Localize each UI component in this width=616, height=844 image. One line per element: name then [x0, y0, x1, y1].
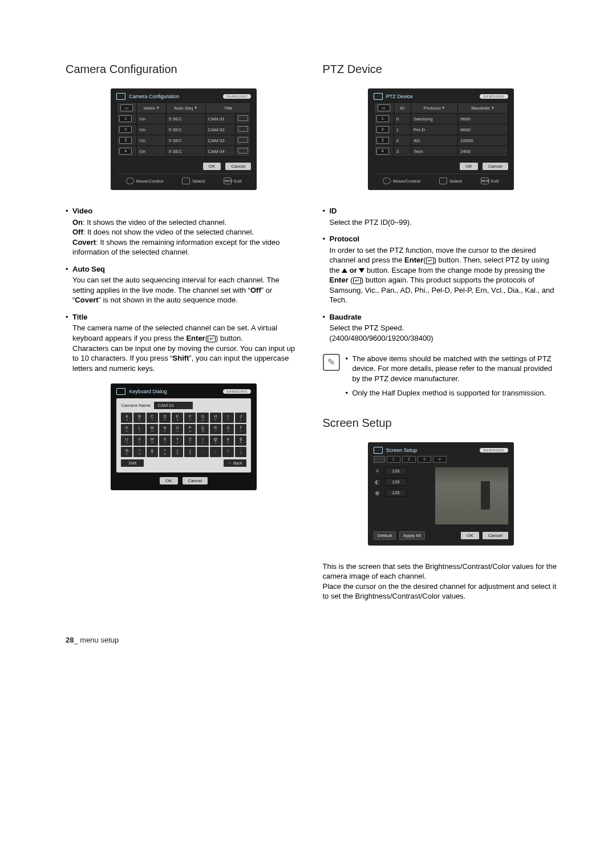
keyboard-key[interactable]: Gg — [197, 413, 208, 423]
camera-name-label: Camera Name — [121, 403, 151, 408]
keyboard-key[interactable]: Ll — [133, 424, 145, 434]
keyboard-key[interactable]: Yy — [172, 435, 183, 446]
brand-badge: SAMSUNG — [480, 94, 508, 99]
keyboard-key[interactable]: Cc — [147, 413, 158, 423]
keyboard-key[interactable]: *8 — [159, 447, 171, 457]
table-row[interactable]: 4 3 Tech 2400 — [374, 146, 508, 157]
keyboard-key[interactable]: Nn — [159, 424, 171, 434]
keyboard-key[interactable]: Ii — [222, 413, 234, 423]
enter-key-icon: ↵ — [353, 277, 361, 284]
brand-badge: SAMSUNG — [223, 94, 251, 99]
brightness-icon: ☀ — [374, 467, 382, 474]
ok-button[interactable]: OK — [460, 163, 478, 170]
keyboard-key[interactable]: Ww — [147, 435, 158, 446]
enter-icon — [439, 177, 447, 184]
panel-title: Camera Configuration — [129, 94, 179, 99]
camera-config-title: Camera Configuration — [66, 63, 302, 76]
keyboard-key[interactable]: Bb — [133, 413, 145, 423]
keyboard-key[interactable]: Jj — [235, 413, 246, 423]
keyboard-key[interactable]: &7 — [147, 447, 158, 457]
shift-key[interactable]: Shift — [121, 459, 144, 467]
col-baud[interactable]: Baudrate▼ — [458, 103, 508, 114]
keyboard-key[interactable]: Vv — [133, 435, 145, 446]
ok-button[interactable]: OK — [160, 477, 178, 484]
keyboard-icon[interactable] — [238, 126, 248, 132]
keyboard-key[interactable]: Rr — [210, 424, 221, 434]
keyboard-key[interactable]: $4 — [235, 435, 246, 446]
applyall-button[interactable]: Apply All — [399, 531, 425, 540]
keyboard-dialog-panel: Keyboard Dialog SAMSUNG Camera Name CAM … — [111, 383, 257, 490]
contrast-value[interactable]: 128 — [385, 478, 407, 486]
cancel-button[interactable]: Cancel — [483, 163, 508, 170]
keyboard-key[interactable]: Ff — [184, 413, 196, 423]
table-row[interactable]: 1 On 5 SEC CAM 01 — [117, 114, 251, 124]
keyboard-key[interactable]: :? — [235, 447, 246, 457]
keyboard-key[interactable]: -. — [197, 447, 208, 457]
keyboard-key[interactable]: ^6 — [133, 447, 145, 457]
keyboard-key[interactable]: #3 — [222, 435, 234, 446]
keyboard-key[interactable]: Pp — [184, 424, 196, 434]
keyboard-key[interactable]: Mm — [147, 424, 158, 434]
tab-ch3[interactable]: 3 — [418, 456, 431, 463]
table-row[interactable]: 3 2 AD 19200 — [374, 135, 508, 146]
keyboard-key[interactable]: Kk — [121, 424, 132, 434]
keyboard-key[interactable]: Tt — [235, 424, 246, 434]
keyboard-key[interactable]: Oo — [172, 424, 183, 434]
col-title: Title — [205, 103, 250, 114]
table-row[interactable]: 4 On 5 SEC CAM 04 — [117, 146, 251, 157]
brightness-value[interactable]: 128 — [385, 467, 407, 475]
window-icon — [374, 447, 383, 454]
col-autoseq[interactable]: Auto Seq▼ — [166, 103, 205, 114]
ok-button[interactable]: OK — [203, 163, 221, 170]
cancel-button[interactable]: Cancel — [183, 477, 208, 484]
table-row[interactable]: 1 0 Samsung 9600 — [374, 114, 508, 124]
keyboard-key[interactable]: Hh — [210, 413, 221, 423]
id-item: ID Select the PTZ ID(0~99). — [323, 206, 560, 227]
note-item: Only the Half Duplex method is supported… — [346, 388, 560, 398]
keyboard-key[interactable]: Zz — [184, 435, 196, 446]
keyboard-key[interactable]: Qq — [197, 424, 208, 434]
enter-icon — [182, 177, 190, 184]
keyboard-key[interactable]: Dd — [159, 413, 171, 423]
cancel-button[interactable]: Cancel — [225, 163, 251, 170]
keyboard-key[interactable]: Ss — [222, 424, 234, 434]
table-row[interactable]: 2 On 5 SEC CAM 02 — [117, 124, 251, 135]
keyboard-key[interactable]: Xx — [159, 435, 171, 446]
keyboard-key[interactable]: !1 — [197, 435, 208, 446]
keyboard-key[interactable]: Uu — [121, 435, 132, 446]
panel-title: PTZ Device — [386, 94, 413, 99]
panel-title: Keyboard Dialog — [129, 389, 167, 394]
keyboard-key[interactable]: Aa — [121, 413, 132, 423]
brand-badge: SAMSUNG — [223, 389, 251, 394]
default-button[interactable]: Default — [374, 531, 396, 540]
camera-name-field[interactable]: CAM 01 — [154, 402, 193, 409]
keyboard-key[interactable]: (9 — [172, 447, 183, 457]
keyboard-key[interactable]: ,. — [210, 447, 221, 457]
ptz-table: ▭ ID Protocol▼ Baudrate▼ 1 0 Samsung 960… — [374, 102, 508, 157]
col-video[interactable]: Video▼ — [137, 103, 167, 114]
keyboard-icon[interactable] — [238, 137, 248, 143]
keyboard-key[interactable]: %5 — [121, 447, 132, 457]
tab-ch2[interactable]: 2 — [402, 456, 416, 463]
ok-button[interactable]: OK — [461, 532, 479, 539]
note-box: ✎ The above items should be matched with… — [323, 354, 560, 403]
menu-icon: MENU — [224, 177, 232, 184]
color-value[interactable]: 128 — [385, 489, 407, 496]
tab-ch4[interactable]: 4 — [433, 456, 447, 463]
footer-move: Move/Control — [136, 179, 164, 184]
tab-ch1[interactable]: 1 — [387, 456, 400, 463]
keyboard-key[interactable]: @2 — [210, 435, 221, 446]
keyboard-key[interactable]: )0 — [184, 447, 196, 457]
keyboard-key[interactable]: /: — [222, 447, 234, 457]
keyboard-key[interactable]: Ee — [172, 413, 183, 423]
keyboard-icon[interactable] — [238, 115, 248, 121]
cancel-button[interactable]: Cancel — [483, 532, 508, 539]
autoseq-item: Auto Seq You can set the auto sequencing… — [66, 264, 302, 305]
keyboard-icon[interactable] — [238, 148, 248, 154]
col-protocol[interactable]: Protocol▼ — [411, 103, 457, 114]
enter-key-icon: ↵ — [208, 336, 216, 342]
table-row[interactable]: 3 On 5 SEC CAM 03 — [117, 135, 251, 146]
back-key[interactable]: ← Back — [224, 459, 246, 467]
panel-title: Screen Setup — [386, 447, 418, 453]
table-row[interactable]: 2 1 Pel-D 9600 — [374, 124, 508, 135]
